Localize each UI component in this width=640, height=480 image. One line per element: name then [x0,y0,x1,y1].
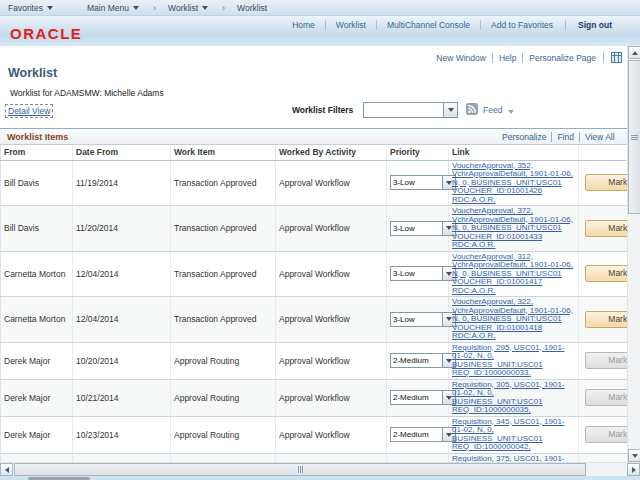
column-header: Work Item [171,145,276,160]
priority-select[interactable]: 2-Medium [390,353,456,368]
header-nav-link[interactable]: MultiChannel Console [376,20,480,30]
cell-link: Requisition, 305, USC01, 1901-01-02, N, … [449,379,579,416]
header-nav-link[interactable]: Worklist [325,20,376,30]
cell-action: Mark Worked [579,297,628,343]
page-utility-link[interactable]: Personalize Page [522,53,602,63]
mark-worked-button[interactable]: Mark Worked [585,311,627,328]
cell-from: Carnetta Morton [1,251,73,297]
breadcrumb-label: Worklist [237,3,267,13]
priority-select[interactable]: 2-Medium [390,427,456,442]
cell-from: Derek Major [1,379,73,416]
grid-action-link[interactable]: Personalize [497,132,551,142]
rss-feed-icon[interactable] [466,103,478,117]
cell-link: Requisition, 375, USC01, 1901-01-04, N, … [449,453,579,462]
priority-select[interactable]: 3-Low [390,266,456,281]
column-header: Priority [387,145,449,160]
cell-date-from: 11/20/2014 [73,206,171,252]
cell-worked-by-activity: Approval Workflow [276,160,387,206]
header-nav-link[interactable]: Add to Favorites [480,20,563,30]
top-nav: Home Worklist MultiChannel Console Add t… [282,20,612,30]
breadcrumb-item[interactable]: Worklist [222,3,267,13]
app-header: ORACLE Home Worklist MultiChannel Consol… [0,16,640,46]
feed-chevron-down-icon[interactable] [508,110,514,114]
column-header [579,145,628,160]
cell-link: VoucherApproval, 312, VchrApprovalDefaul… [449,251,579,297]
worklist-item-link[interactable]: VoucherApproval, 352, VchrApprovalDefaul… [452,162,575,205]
mark-worked-button: Mark Worked [585,426,627,443]
mark-worked-button[interactable]: Mark Worked [585,220,627,237]
grid-actions: Personalize Find View All [497,132,620,142]
horizontal-scrollbar-thumb[interactable] [14,463,586,476]
worklist-item-link[interactable]: Requisition, 375, USC01, 1901-01-04, N, … [452,455,575,463]
page-utility-link[interactable]: New Window [430,53,492,63]
cell-date-from: 10/20/2014 [73,342,171,379]
cell-priority: 3-Low [387,206,449,252]
cell-work-item: Transaction Approved [171,160,276,206]
cell-link: VoucherApproval, 352, VchrApprovalDefaul… [449,160,579,206]
cell-link: VoucherApproval, 372, VchrApprovalDefaul… [449,206,579,252]
cell-work-item: Transaction Approved [171,251,276,297]
mark-worked-button[interactable]: Mark Worked [585,174,627,191]
worklist-grid: Worklist Items Personalize Find View All… [0,128,627,462]
cell-worked-by-activity: Approval Workflow [276,342,387,379]
cell-work-item: Transaction Approved [171,206,276,252]
cell-date-from: 10/21/2014 [73,379,171,416]
cell-action: Mark Worked [579,416,628,453]
table-row: Derek Major 10/23/2014 Approval Routing … [1,453,628,462]
cell-action: Mark Worked [579,206,628,252]
mark-worked-button: Mark Worked [585,389,627,406]
detail-view-link[interactable]: Detail View [5,104,53,118]
worklist-filters-value [364,103,443,117]
grid-action-link[interactable]: View All [579,132,620,142]
worklist-item-link[interactable]: VoucherApproval, 322, VchrApprovalDefaul… [452,298,575,341]
cell-priority: 2-Medium [387,379,449,416]
breadcrumb-item[interactable]: Favorites [8,3,53,13]
priority-select[interactable]: 3-Low [390,221,456,236]
cell-date-from: 10/23/2014 [73,416,171,453]
priority-value: 3-Low [391,269,442,278]
worklist-item-link[interactable]: Requisition, 295, USC01, 1901-01-02, N, … [452,344,575,378]
breadcrumb-item[interactable]: Main Menu [87,3,139,13]
table-header-row: From Date From Work Item Worked By Activ… [1,145,628,160]
priority-value: 3-Low [391,224,442,233]
worklist-item-link[interactable]: VoucherApproval, 312, VchrApprovalDefaul… [452,253,575,296]
cell-link: Requisition, 295, USC01, 1901-01-02, N, … [449,342,579,379]
sign-out-link[interactable]: Sign out [565,20,612,30]
page-title: Worklist [8,66,57,80]
cell-date-from: 12/04/2014 [73,297,171,343]
priority-value: 2-Medium [391,356,442,365]
table-row: Derek Major 10/23/2014 Approval Routing … [1,416,628,453]
worklist-item-link[interactable]: Requisition, 345, USC01, 1901-01-02, N, … [452,418,575,452]
cell-from: Carnetta Morton [1,297,73,343]
worklist-filters-select[interactable] [363,102,458,118]
layout-grid-icon[interactable] [603,52,622,63]
main-content: New Window Help Personalize Page Worklis… [0,46,627,462]
horizontal-scrollbar[interactable] [0,462,640,476]
scroll-down-arrow-icon[interactable] [628,449,640,462]
scroll-left-arrow-icon[interactable] [0,463,13,476]
scroll-right-arrow-icon[interactable] [627,463,640,476]
header-nav-link[interactable]: Home [282,20,325,30]
cell-date-from: 12/04/2014 [73,251,171,297]
priority-select[interactable]: 3-Low [390,175,456,190]
priority-select[interactable]: 3-Low [390,312,456,327]
mark-worked-button[interactable]: Mark Worked [585,265,627,282]
cell-action: Mark Worked [579,453,628,462]
vertical-scrollbar[interactable] [627,46,640,462]
feed-link[interactable]: Feed [483,105,502,115]
breadcrumb-item[interactable]: Worklist [153,3,208,13]
worklist-item-link[interactable]: VoucherApproval, 372, VchrApprovalDefaul… [452,207,575,250]
scroll-up-arrow-icon[interactable] [628,46,640,59]
page-utility-link[interactable]: Help [492,53,522,63]
grid-viewport: Worklist Items Personalize Find View All… [0,128,627,462]
vertical-scrollbar-thumb[interactable] [628,60,640,214]
priority-value: 2-Medium [391,430,442,439]
cell-from: Derek Major [1,342,73,379]
cell-worked-by-activity: Approval Workflow [276,416,387,453]
cell-action: Mark Worked [579,160,628,206]
worklist-item-link[interactable]: Requisition, 305, USC01, 1901-01-02, N, … [452,381,575,415]
priority-select[interactable]: 2-Medium [390,390,456,405]
breadcrumb-label: Favorites [8,3,43,13]
grid-title: Worklist Items [7,132,68,142]
grid-action-link[interactable]: Find [551,132,579,142]
